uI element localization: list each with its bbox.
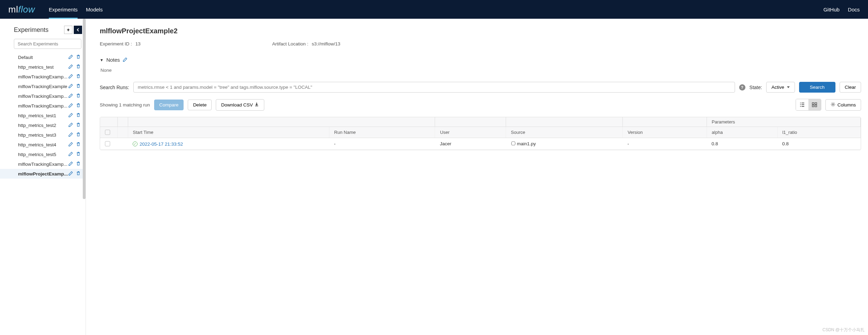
edit-icon[interactable] — [68, 93, 74, 99]
svg-rect-3 — [815, 105, 817, 107]
clear-button[interactable]: Clear — [840, 82, 861, 93]
col-source[interactable]: Source — [506, 127, 623, 138]
showing-text: Showing 1 matching run — [100, 102, 150, 108]
version-cell: - — [623, 138, 707, 150]
exp-name: http_metrics_test4 — [18, 142, 68, 147]
start-time-link[interactable]: ✓2022-05-17 21:33:52 — [133, 141, 183, 147]
table-row[interactable]: ✓2022-05-17 21:33:52-Jacer🖵 main1.py-0.8… — [100, 138, 861, 150]
nav-docs[interactable]: Docs — [848, 7, 860, 12]
edit-icon[interactable] — [68, 74, 74, 79]
edit-icon[interactable] — [68, 113, 74, 118]
delete-icon[interactable] — [76, 93, 81, 99]
list-view-button[interactable] — [796, 99, 808, 110]
download-csv-button[interactable]: Download CSV — [216, 99, 264, 111]
sidebar-item[interactable]: mlflowTrackingExamp... — [0, 91, 86, 101]
edit-icon[interactable] — [68, 54, 74, 60]
help-icon[interactable]: ? — [739, 84, 745, 91]
exp-id-value: 13 — [135, 41, 141, 46]
col-l1-ratio[interactable]: l1_ratio — [777, 127, 860, 138]
select-all-checkbox[interactable] — [105, 130, 110, 135]
sidebar-item[interactable]: mlflowTrackingExamp... — [0, 159, 86, 169]
svg-rect-2 — [812, 105, 814, 107]
col-user[interactable]: User — [435, 127, 506, 138]
sidebar-item[interactable]: http_metrics_test2 — [0, 120, 86, 130]
edit-icon[interactable] — [68, 103, 74, 109]
delete-icon[interactable] — [76, 54, 81, 60]
exp-name: http_metrics_test3 — [18, 132, 68, 138]
sidebar-item[interactable]: http_metrics_test — [0, 62, 86, 72]
col-alpha[interactable]: alpha — [707, 127, 777, 138]
main-nav: Experiments Models — [49, 0, 823, 19]
state-dropdown[interactable]: Active — [766, 82, 795, 93]
runs-table: Parameters Start Time Run Name User Sour… — [100, 117, 861, 150]
exp-name: http_metrics_test1 — [18, 113, 68, 118]
sidebar-scrollbar[interactable] — [83, 19, 86, 199]
delete-icon[interactable] — [76, 171, 81, 177]
notes-label: Notes — [106, 57, 120, 63]
main-content: mlflowProjectExample2 Experiment ID : 13… — [86, 19, 868, 335]
delete-icon[interactable] — [76, 103, 81, 109]
exp-name: http_metrics_test2 — [18, 123, 68, 128]
view-toggle — [796, 99, 821, 111]
delete-icon[interactable] — [76, 122, 81, 128]
delete-icon[interactable] — [76, 64, 81, 70]
add-experiment-button[interactable]: + — [64, 26, 72, 34]
grid-view-button[interactable] — [808, 99, 821, 110]
nav-github[interactable]: GitHub — [823, 7, 840, 12]
col-start-time[interactable]: Start Time — [128, 127, 329, 138]
status-ok-icon: ✓ — [133, 141, 138, 146]
mlflow-logo: mlflow — [8, 4, 35, 15]
delete-icon[interactable] — [76, 74, 81, 79]
l1-ratio-cell: 0.8 — [777, 138, 860, 150]
collapse-sidebar-button[interactable] — [74, 26, 82, 34]
row-checkbox[interactable] — [105, 141, 110, 146]
search-runs-input[interactable] — [133, 82, 735, 93]
delete-icon[interactable] — [76, 142, 81, 147]
edit-notes-icon[interactable] — [123, 57, 128, 63]
search-runs-label: Search Runs: — [100, 85, 129, 90]
laptop-icon: 🖵 — [511, 141, 516, 146]
sidebar-item[interactable]: mlflowTrackingExamp... — [0, 72, 86, 81]
sidebar-item[interactable]: http_metrics_test4 — [0, 140, 86, 149]
exp-id-label: Experiment ID : — [100, 41, 132, 46]
notes-toggle[interactable]: ▼ Notes — [100, 57, 861, 63]
nav-models[interactable]: Models — [86, 0, 103, 19]
download-csv-label: Download CSV — [221, 102, 253, 108]
user-cell: Jacer — [435, 138, 506, 150]
nav-experiments[interactable]: Experiments — [49, 0, 78, 19]
search-button[interactable]: Search — [799, 82, 835, 93]
delete-button[interactable]: Delete — [188, 100, 212, 110]
exp-name: mlflowTrackingExamp... — [18, 74, 68, 79]
sidebar-item[interactable]: mlflowProjectExamp... — [0, 169, 86, 179]
sidebar-item[interactable]: mlflowTrackingExamp... — [0, 101, 86, 111]
edit-icon[interactable] — [68, 122, 74, 128]
edit-icon[interactable] — [68, 84, 74, 89]
delete-icon[interactable] — [76, 161, 81, 167]
edit-icon[interactable] — [68, 64, 74, 70]
delete-icon[interactable] — [76, 132, 81, 138]
delete-icon[interactable] — [76, 152, 81, 157]
sidebar-item[interactable]: http_metrics_test1 — [0, 111, 86, 120]
search-experiments-input[interactable] — [14, 39, 81, 49]
exp-name: mlflowTrackingExamp... — [18, 162, 68, 167]
download-icon — [254, 102, 259, 108]
delete-icon[interactable] — [76, 113, 81, 118]
edit-icon[interactable] — [68, 171, 74, 177]
sidebar-item[interactable]: http_metrics_test5 — [0, 149, 86, 159]
columns-button[interactable]: Columns — [825, 99, 861, 111]
col-version[interactable]: Version — [623, 127, 707, 138]
edit-icon[interactable] — [68, 161, 74, 167]
sidebar-item[interactable]: http_metrics_test3 — [0, 130, 86, 140]
sidebar-item[interactable]: mlflowTrackingExample — [0, 81, 86, 91]
nav-right: GitHub Docs — [823, 7, 860, 12]
exp-name: mlflowTrackingExamp... — [18, 94, 68, 99]
edit-icon[interactable] — [68, 152, 74, 157]
delete-icon[interactable] — [76, 84, 81, 89]
sidebar-item[interactable]: Default — [0, 52, 86, 62]
compare-button[interactable]: Compare — [154, 100, 184, 110]
edit-icon[interactable] — [68, 132, 74, 138]
page-title: mlflowProjectExample2 — [100, 27, 861, 35]
col-run-name[interactable]: Run Name — [329, 127, 435, 138]
source-cell[interactable]: 🖵 main1.py — [506, 138, 623, 150]
edit-icon[interactable] — [68, 142, 74, 147]
